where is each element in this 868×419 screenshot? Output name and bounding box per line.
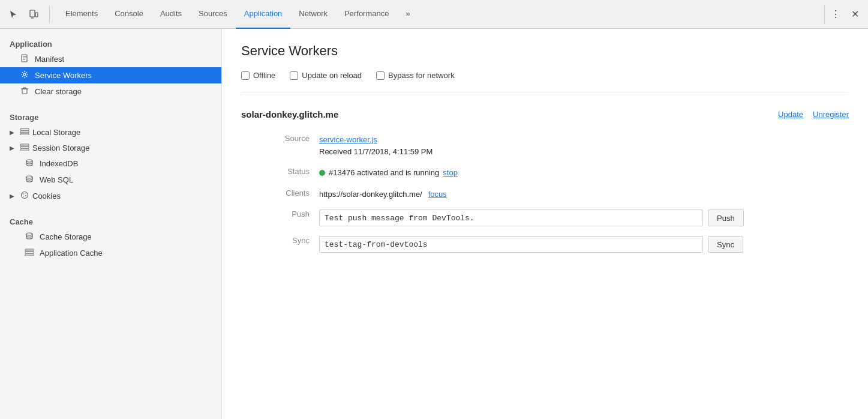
status-label: Status — [265, 162, 319, 181]
bypass-for-network-checkbox[interactable] — [376, 71, 385, 80]
update-on-reload-checkbox[interactable] — [290, 71, 298, 80]
push-input-row: Push — [319, 210, 849, 226]
device-icon[interactable] — [25, 6, 42, 23]
arrow-icon: ▶ — [10, 145, 14, 151]
tab-elements[interactable]: Elements — [57, 0, 106, 29]
cache-storage-icon — [24, 232, 35, 242]
arrow-icon: ▶ — [10, 193, 14, 199]
sidebar-item-service-workers[interactable]: Service Workers — [0, 67, 221, 83]
manifest-icon — [19, 54, 30, 64]
svg-point-23 — [25, 193, 25, 193]
cursor-icon[interactable] — [5, 6, 22, 23]
svg-rect-27 — [25, 249, 34, 251]
focus-button[interactable]: focus — [428, 190, 447, 199]
sidebar-item-application-cache[interactable]: Application Cache — [0, 245, 221, 261]
close-icon[interactable]: ✕ — [846, 6, 863, 23]
svg-point-24 — [25, 195, 26, 196]
bypass-for-network-checkbox-label[interactable]: Bypass for network — [376, 71, 455, 80]
local-storage-icon — [19, 127, 30, 137]
clients-value: https://solar-donkey.glitch.me/ focus — [319, 184, 849, 205]
toolbar-icons — [5, 6, 50, 23]
separator — [824, 5, 825, 24]
svg-rect-1 — [35, 13, 38, 17]
web-sql-icon — [24, 175, 35, 185]
push-label: Push — [265, 205, 319, 223]
content-area: Service Workers Offline Update on reload… — [222, 29, 868, 419]
tab-bar: Elements Console Audits Sources Applicat… — [0, 0, 868, 29]
sidebar: Application Manifest Service Workers — [0, 29, 222, 419]
more-options-icon[interactable]: ⋮ — [827, 6, 844, 23]
source-link[interactable]: service-worker.js — [319, 135, 377, 144]
svg-point-20 — [26, 176, 32, 178]
svg-point-7 — [23, 73, 26, 76]
trash-icon — [19, 86, 30, 97]
source-label: Source — [265, 129, 319, 148]
sync-button[interactable]: Sync — [708, 236, 743, 253]
svg-rect-29 — [25, 254, 34, 256]
tab-sources[interactable]: Sources — [190, 0, 236, 29]
application-section-label: Application — [0, 34, 221, 51]
sidebar-item-manifest[interactable]: Manifest — [0, 51, 221, 67]
svg-rect-0 — [30, 10, 35, 17]
tab-audits[interactable]: Audits — [152, 0, 190, 29]
tab-performance[interactable]: Performance — [336, 0, 397, 29]
cookies-icon — [19, 191, 30, 201]
sidebar-item-local-storage[interactable]: ▶ Local Storage — [0, 124, 221, 140]
worker-actions: Update Unregister — [778, 110, 849, 119]
svg-rect-28 — [25, 252, 34, 253]
svg-point-22 — [23, 193, 24, 194]
status-value: #13476 activated and is running stop — [319, 162, 849, 184]
cache-section-label: Cache — [0, 211, 221, 229]
update-on-reload-checkbox-label[interactable]: Update on reload — [290, 71, 362, 80]
push-button[interactable]: Push — [708, 210, 744, 226]
svg-rect-14 — [20, 131, 29, 133]
tab-bar-right: ⋮ ✕ — [824, 5, 863, 24]
sidebar-item-clear-storage[interactable]: Clear storage — [0, 83, 221, 100]
worker-info-table: Source service-worker.js Received 11/7/2… — [265, 129, 849, 258]
offline-checkbox[interactable] — [241, 71, 250, 80]
page-title: Service Workers — [241, 43, 849, 59]
worker-header: solar-donkey.glitch.me Update Unregister — [241, 109, 849, 119]
sync-input-row: Sync — [319, 236, 849, 253]
svg-rect-8 — [22, 89, 27, 94]
storage-section-label: Storage — [0, 107, 221, 124]
worker-domain: solar-donkey.glitch.me — [241, 109, 338, 119]
main-layout: Application Manifest Service Workers — [0, 29, 868, 419]
sync-value: Sync — [319, 231, 849, 258]
svg-rect-15 — [20, 133, 29, 135]
sidebar-item-cache-storage[interactable]: Cache Storage — [0, 229, 221, 245]
svg-point-25 — [23, 196, 23, 196]
push-value: Push — [319, 205, 849, 231]
svg-point-26 — [26, 233, 32, 235]
stop-button[interactable]: stop — [443, 168, 458, 177]
options-row: Offline Update on reload Bypass for netw… — [241, 71, 849, 92]
tab-more[interactable]: » — [397, 0, 418, 29]
sync-label: Sync — [265, 231, 319, 250]
svg-point-21 — [22, 192, 28, 199]
tab-application[interactable]: Application — [236, 0, 291, 29]
sidebar-item-session-storage[interactable]: ▶ Session Storage — [0, 140, 221, 155]
svg-rect-16 — [20, 144, 29, 146]
svg-point-19 — [26, 160, 32, 162]
arrow-icon: ▶ — [10, 129, 14, 136]
sidebar-item-cookies[interactable]: ▶ Cookies — [0, 188, 221, 204]
offline-checkbox-label[interactable]: Offline — [241, 71, 275, 80]
status-dot — [319, 170, 325, 176]
source-value: service-worker.js Received 11/7/2018, 4:… — [319, 129, 849, 162]
sync-input[interactable] — [319, 236, 703, 253]
unregister-button[interactable]: Unregister — [813, 110, 849, 119]
push-input[interactable] — [319, 210, 703, 226]
svg-rect-18 — [20, 149, 29, 151]
svg-rect-13 — [20, 128, 29, 130]
application-cache-icon — [24, 248, 35, 258]
tab-network[interactable]: Network — [290, 0, 336, 29]
tab-console[interactable]: Console — [106, 0, 152, 29]
clients-label: Clients — [265, 184, 319, 202]
svg-rect-17 — [20, 146, 29, 148]
status-row: #13476 activated and is running stop — [319, 167, 849, 179]
gear-icon — [19, 70, 30, 80]
update-button[interactable]: Update — [778, 110, 803, 119]
sidebar-item-indexeddb[interactable]: IndexedDB — [0, 155, 221, 172]
sidebar-item-web-sql[interactable]: Web SQL — [0, 172, 221, 188]
worker-entry: solar-donkey.glitch.me Update Unregister… — [241, 109, 849, 258]
